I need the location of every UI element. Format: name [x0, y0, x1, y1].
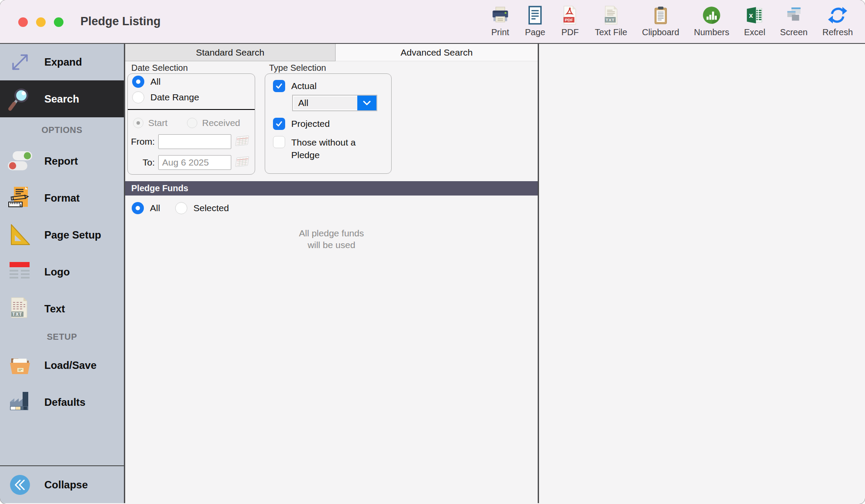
sidebar-item-label: Load/Save	[44, 359, 96, 371]
pledge-funds-header: Pledge Funds	[125, 181, 538, 196]
numbers-chart-icon	[702, 4, 722, 25]
toolbar-button-screen[interactable]: Screen	[780, 4, 808, 37]
results-panel	[539, 44, 865, 503]
toggle-switches-icon	[6, 150, 34, 172]
to-date-row: To:	[128, 155, 250, 170]
toolbar: Print Page	[490, 4, 853, 37]
actual-type-dropdown[interactable]: All	[292, 95, 377, 111]
sidebar-item-label: Text	[44, 303, 65, 315]
sidebar-item-label: Logo	[44, 266, 70, 278]
sidebar-item-expand[interactable]: Expand	[0, 44, 124, 80]
sidebar-item-label: Collapse	[44, 479, 88, 491]
magnifier-icon	[6, 86, 34, 112]
to-date-input[interactable]	[158, 155, 231, 170]
sidebar-item-format[interactable]: Format	[0, 179, 124, 216]
svg-text:x: x	[749, 11, 753, 20]
funds-all-option[interactable]: All	[132, 202, 160, 214]
toolbar-button-print[interactable]: Print	[490, 4, 510, 37]
sidebar-item-label: Search	[44, 93, 79, 105]
titlebar: Pledge Listing Print	[0, 0, 865, 44]
radio-label: Start	[148, 118, 167, 128]
radio-date-all[interactable]	[132, 76, 144, 88]
radio-label: Selected	[193, 203, 229, 213]
checkbox-label: Those without a Pledge	[291, 136, 372, 161]
radio-funds-all[interactable]	[132, 202, 144, 214]
set-square-icon	[6, 223, 34, 247]
checkbox-label: Projected	[291, 119, 330, 129]
logo-placeholder-icon	[6, 260, 34, 284]
sidebar-item-label: Expand	[44, 56, 82, 68]
toolbar-button-clipboard[interactable]: Clipboard	[642, 4, 679, 37]
sidebar-item-logo[interactable]: Logo	[0, 253, 124, 290]
pdf-file-icon: PDF	[560, 4, 580, 25]
actual-option[interactable]: Actual	[273, 80, 316, 92]
sidebar-item-defaults[interactable]: Defaults	[0, 384, 124, 421]
sidebar-item-load-save[interactable]: Load/Save	[0, 347, 124, 384]
toolbar-button-excel[interactable]: x Excel	[744, 4, 765, 37]
sidebar-item-page-setup[interactable]: Page Setup	[0, 216, 124, 253]
funds-note-line1: All pledge funds	[125, 227, 538, 239]
type-selection-title: Type Selection	[269, 63, 326, 73]
sidebar-item-label: Defaults	[44, 396, 86, 408]
toolbar-label: Refresh	[822, 27, 853, 37]
radio-date-range[interactable]	[132, 91, 144, 103]
date-group-divider	[128, 109, 255, 110]
expand-diagonal-arrows-icon	[6, 50, 34, 74]
app-window: Pledge Listing Print	[0, 0, 865, 504]
from-date-input[interactable]	[158, 134, 231, 149]
toolbar-button-page[interactable]: Page	[525, 4, 546, 37]
sidebar-item-search[interactable]: Search	[0, 80, 124, 117]
close-window-button[interactable]	[18, 17, 28, 27]
checkbox-label: Actual	[291, 81, 316, 91]
excel-icon: x	[745, 4, 765, 25]
toolbar-button-pdf[interactable]: PDF PDF	[560, 4, 580, 37]
radio-label: All	[150, 203, 160, 213]
search-panel: Standard Search Advanced Search Date Sel…	[125, 44, 539, 503]
start-date-option: Start	[133, 118, 167, 128]
to-calendar-picker-icon[interactable]	[235, 156, 250, 169]
zoom-window-button[interactable]	[54, 17, 63, 27]
checkbox-those-without-pledge[interactable]	[273, 136, 285, 148]
from-date-row: From:	[128, 134, 250, 149]
tab-advanced-search[interactable]: Advanced Search	[336, 44, 538, 61]
radio-label: Received	[202, 118, 240, 128]
radio-label: Date Range	[150, 92, 199, 103]
from-calendar-picker-icon[interactable]	[235, 136, 250, 148]
toolbar-label: Numbers	[694, 27, 729, 37]
page-document-icon	[525, 4, 545, 25]
checkbox-actual[interactable]	[273, 80, 285, 92]
radio-label: All	[150, 76, 160, 87]
sidebar-section-options: OPTIONS	[0, 117, 124, 143]
radio-funds-selected[interactable]	[175, 202, 187, 214]
sidebar-item-report[interactable]: Report	[0, 143, 124, 179]
svg-text:TXT: TXT	[12, 312, 22, 317]
toolbar-label: PDF	[561, 27, 579, 37]
date-range-option[interactable]: Date Range	[132, 91, 199, 103]
date-selection-group: All Date Range Start Received	[127, 73, 255, 175]
checkbox-projected[interactable]	[273, 118, 285, 130]
funds-selected-option[interactable]: Selected	[175, 202, 229, 214]
chevron-down-icon	[357, 96, 376, 110]
toolbar-button-text-file[interactable]: TXT Text File	[595, 4, 627, 37]
toolbar-button-refresh[interactable]: Refresh	[822, 4, 853, 37]
search-tabs: Standard Search Advanced Search	[125, 44, 538, 61]
without-pledge-option[interactable]: Those without a Pledge	[273, 136, 372, 161]
collapse-chevrons-icon	[6, 474, 34, 496]
clipboard-icon	[651, 4, 671, 25]
sidebar-item-text[interactable]: TXT Text	[0, 290, 124, 327]
date-all-option[interactable]: All	[132, 76, 160, 88]
format-page-pencil-ruler-icon	[6, 186, 34, 210]
toolbar-label: Page	[525, 27, 546, 37]
toolbar-button-numbers[interactable]: Numbers	[694, 4, 729, 37]
printer-icon	[490, 4, 510, 25]
svg-text:PDF: PDF	[565, 17, 573, 22]
projected-option[interactable]: Projected	[273, 118, 330, 130]
radio-start-disabled	[133, 118, 143, 128]
svg-text:TXT: TXT	[606, 17, 615, 22]
toolbar-label: Print	[491, 27, 509, 37]
minimize-window-button[interactable]	[36, 17, 46, 27]
type-selection-group: Actual All Projected	[265, 73, 392, 174]
sidebar-item-collapse[interactable]: Collapse	[0, 466, 124, 503]
tab-standard-search[interactable]: Standard Search	[125, 44, 336, 61]
funds-note: All pledge funds will be used	[125, 227, 538, 251]
